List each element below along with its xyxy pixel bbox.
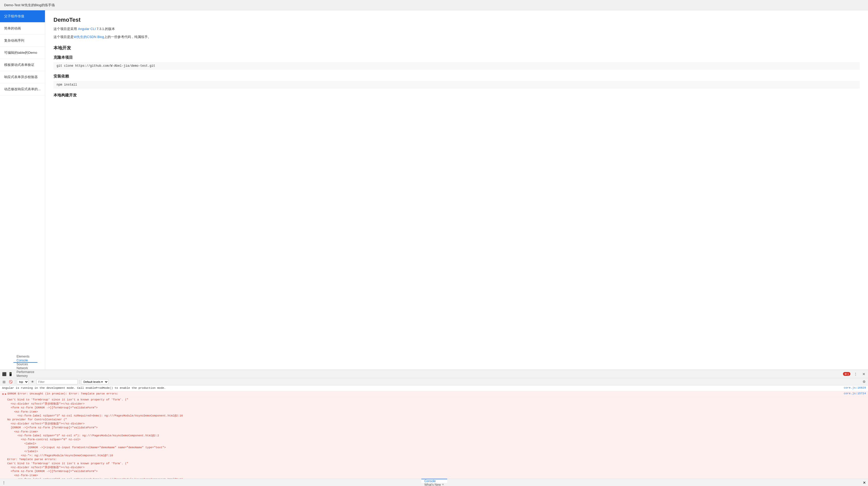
section-install: 安装依赖 bbox=[54, 74, 860, 79]
sidebar-item-simple-animation[interactable]: 简单的动画 bbox=[0, 23, 45, 35]
console-info-msg: Angular is running in the development mo… bbox=[0, 385, 868, 391]
install-command: npm install bbox=[54, 81, 860, 89]
devtools-tab-console[interactable]: Console bbox=[13, 359, 37, 363]
clone-command: git clone https://github.com/W-Abel-jia/… bbox=[54, 62, 860, 70]
error-count: 1 bbox=[847, 373, 849, 376]
title-text: Demo-Test W先生的Blog的练手场 bbox=[4, 3, 55, 7]
sidebar-item-parent-child[interactable]: 父子组件传值 bbox=[0, 10, 45, 23]
info-link[interactable]: core.js:16829 bbox=[844, 386, 866, 389]
close-tab-whats-new[interactable]: ✕ bbox=[442, 483, 444, 486]
error-link[interactable]: core.js:15724 bbox=[844, 392, 866, 395]
filter-input[interactable] bbox=[36, 379, 78, 384]
sidebar-item-editable-table[interactable]: 可编辑的table的Demo bbox=[0, 47, 45, 59]
devtools-tab-sources[interactable]: Sources bbox=[13, 363, 37, 367]
error-main-text: ERROR Error: Uncaught (in promise): Erro… bbox=[7, 392, 842, 396]
devtools-tab-right: ⊗ 1 ⋮ ✕ bbox=[843, 371, 867, 377]
device-icon[interactable]: 📱 bbox=[7, 371, 13, 377]
sidebar: 父子组件传值简单的动画复杂动画序列可编辑的table的Demo模板驱动式表单验证… bbox=[0, 10, 45, 370]
close-bottom-panel-icon[interactable]: ✕ bbox=[862, 481, 867, 485]
error-circle-icon: ⊗ bbox=[2, 392, 4, 396]
csdn-blog-link[interactable]: W先生的CSDN Blog bbox=[74, 35, 104, 39]
section-build: 本地构建开发 bbox=[54, 93, 860, 98]
devtools-tab-performance[interactable]: Performance bbox=[13, 370, 37, 374]
error-detail-text: Can't bind to 'formGroup' since it isn't… bbox=[2, 398, 866, 479]
devtools-panel: ⬛ 📱 ElementsConsoleSourcesNetworkPerform… bbox=[0, 370, 868, 486]
console-output[interactable]: Angular is running in the development mo… bbox=[0, 385, 868, 479]
page-title: DemoTest bbox=[54, 17, 860, 23]
devtools-tab-memory[interactable]: Memory bbox=[13, 374, 37, 378]
devtools-tab-elements[interactable]: Elements bbox=[13, 355, 37, 359]
eye-icon[interactable]: 👁 bbox=[30, 379, 35, 385]
angular-cli-link[interactable]: Angular CLI bbox=[78, 27, 96, 31]
console-toolbar: ▤ 🚫 top 👁 Default levels ▾ ⚙ bbox=[0, 378, 868, 385]
console-error-main: ⊗ ▶ ERROR Error: Uncaught (in promise): … bbox=[0, 391, 868, 397]
close-devtools-icon[interactable]: ✕ bbox=[861, 371, 867, 377]
intro-line2: 这个项目是是W先生的CSDN Blog上的一些参考代码，纯属练手。 bbox=[54, 34, 860, 40]
title-bar: Demo-Test W先生的Blog的练手场 bbox=[0, 0, 868, 10]
toolbar-sep1 bbox=[15, 380, 15, 384]
toolbar-sep2 bbox=[79, 380, 80, 384]
settings-icon[interactable]: ⚙ bbox=[861, 379, 867, 385]
intro-line1: 这个项目是采用 Angular CLI 7.3.1.的版本 bbox=[54, 26, 860, 32]
devtools-tab-network[interactable]: Network bbox=[13, 366, 37, 370]
inspect-icon[interactable]: ⬛ bbox=[1, 371, 7, 377]
context-select[interactable]: top bbox=[17, 379, 29, 384]
main-area: 父子组件传值简单的动画复杂动画序列可编辑的table的Demo模板驱动式表单验证… bbox=[0, 10, 868, 370]
more-options-icon[interactable]: ⋮ bbox=[852, 371, 859, 377]
level-select[interactable]: Default levels ▾ bbox=[81, 379, 108, 384]
info-text: Angular is running in the development mo… bbox=[2, 386, 842, 390]
section-clone: 克隆本项目 bbox=[54, 55, 860, 60]
console-error-detail: Can't bind to 'formGroup' since it isn't… bbox=[0, 397, 868, 479]
expand-arrow-icon[interactable]: ▶ bbox=[5, 393, 6, 396]
error-badge: ⊗ 1 bbox=[843, 372, 850, 376]
toolbar-clear-icon[interactable]: 🚫 bbox=[8, 379, 13, 385]
sidebar-item-template-form[interactable]: 模板驱动式表单验证 bbox=[0, 59, 45, 71]
section-local-dev: 本地开发 bbox=[54, 45, 860, 51]
bottom-tab-bar: ⋮ ConsoleWhat's New✕ ✕ bbox=[0, 479, 868, 486]
sidebar-item-dynamic-form[interactable]: 动态修改响应式表单的... bbox=[0, 83, 45, 95]
sidebar-item-complex-animation[interactable]: 复杂动画序列 bbox=[0, 35, 45, 47]
bottom-tab-whats-new[interactable]: What's New✕ bbox=[421, 483, 447, 486]
sidebar-item-reactive-form[interactable]: 响应式表单异步校验器 bbox=[0, 71, 45, 83]
bottom-tab-dots-icon[interactable]: ⋮ bbox=[1, 481, 7, 485]
devtools-tab-bar: ⬛ 📱 ElementsConsoleSourcesNetworkPerform… bbox=[0, 370, 868, 378]
bottom-tab-console-bottom[interactable]: Console bbox=[421, 479, 447, 483]
toolbar-left-panel-icon[interactable]: ▤ bbox=[1, 379, 7, 385]
bottom-tab-list: ConsoleWhat's New✕ bbox=[421, 479, 447, 486]
content-area: DemoTest 这个项目是采用 Angular CLI 7.3.1.的版本 这… bbox=[45, 10, 868, 370]
